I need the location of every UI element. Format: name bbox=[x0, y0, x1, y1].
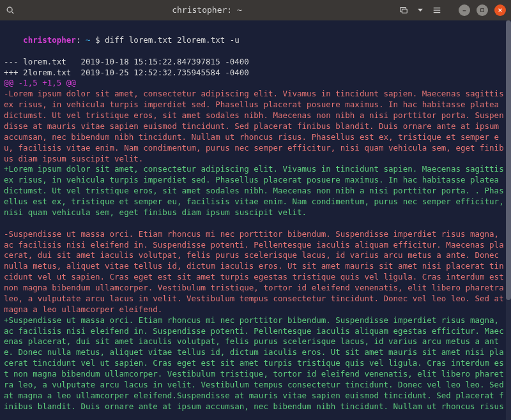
diff-removed-line: -Lorem ipsum dolor sit amet, consectetur… bbox=[4, 89, 505, 164]
prompt-path: ~ bbox=[80, 35, 90, 45]
diff-body: -Lorem ipsum dolor sit amet, consectetur… bbox=[4, 89, 505, 420]
svg-line-1 bbox=[12, 12, 14, 14]
maximize-button[interactable] bbox=[477, 4, 488, 16]
diff-removed-line: -Suspendisse ut massa orci. Etiam rhoncu… bbox=[4, 229, 505, 315]
minimize-button[interactable] bbox=[459, 4, 470, 16]
dropdown-icon[interactable] bbox=[415, 5, 425, 15]
prompt-dollar: $ bbox=[91, 35, 105, 45]
diff-context-line bbox=[4, 218, 505, 229]
window-title: christopher: ~ bbox=[172, 4, 242, 16]
terminal-viewport[interactable]: christopher: ~ $ diff lorem.txt 2lorem.t… bbox=[0, 20, 511, 420]
diff-context-line bbox=[4, 412, 505, 421]
prompt-line: christopher: ~ $ diff lorem.txt 2lorem.t… bbox=[4, 24, 505, 57]
close-button[interactable] bbox=[494, 4, 506, 16]
svg-marker-4 bbox=[418, 9, 423, 12]
svg-point-0 bbox=[7, 7, 12, 12]
hamburger-icon[interactable] bbox=[432, 5, 442, 15]
diff-added-line: +Suspendisse ut massa orci. Etiam rhoncu… bbox=[4, 315, 505, 412]
svg-rect-3 bbox=[402, 9, 407, 13]
diff-hunk-header: @@ -1,5 +1,5 @@ bbox=[4, 78, 505, 89]
scrollbar-track[interactable] bbox=[506, 20, 511, 420]
diff-added-line: +Lorem ipsum dolor sit amet, consectetur… bbox=[4, 164, 505, 218]
command-text: diff lorem.txt 2lorem.txt -u bbox=[105, 35, 240, 45]
svg-rect-9 bbox=[481, 9, 484, 12]
prompt-user: christopher bbox=[23, 35, 76, 45]
search-icon[interactable] bbox=[5, 5, 15, 15]
diff-minus-header: --- lorem.txt 2019-10-18 15:15:22.847397… bbox=[4, 57, 505, 68]
new-tab-icon[interactable] bbox=[399, 5, 409, 15]
scrollbar-thumb[interactable] bbox=[506, 20, 511, 300]
diff-plus-header: +++ 2lorem.txt 2019-10-25 12:52:32.73594… bbox=[4, 68, 505, 79]
titlebar: christopher: ~ bbox=[0, 0, 511, 20]
